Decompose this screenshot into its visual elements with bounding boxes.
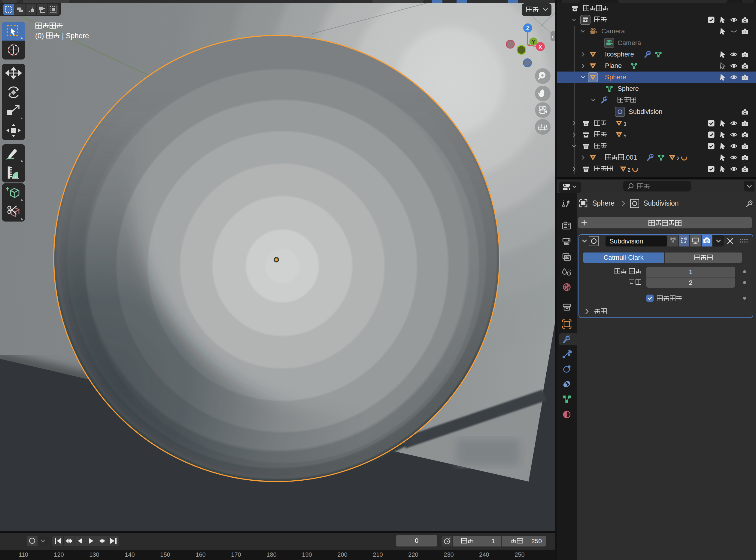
svg-text:Y: Y <box>532 39 535 45</box>
svg-text:Z: Z <box>526 25 529 31</box>
svg-text:X: X <box>539 44 542 50</box>
